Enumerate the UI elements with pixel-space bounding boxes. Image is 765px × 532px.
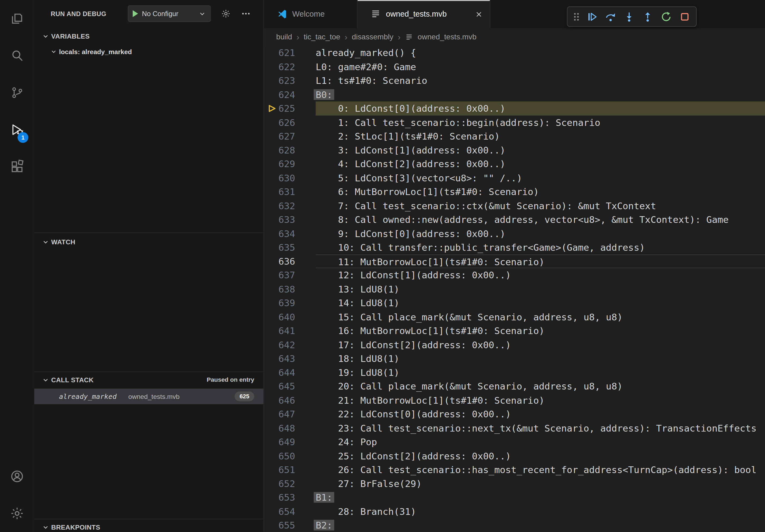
line-number[interactable]: 645 [264, 379, 295, 393]
drag-handle-icon[interactable] [570, 8, 582, 25]
line-number[interactable]: 649 [264, 435, 295, 449]
code-line-646[interactable]: 646 21: MutBorrowLoc[1](ts#1#0: Scenario… [264, 393, 765, 407]
line-number[interactable]: 630 [264, 171, 295, 185]
code-line-622[interactable]: 622L0: game#2#0: Game [264, 60, 765, 74]
code-line-655[interactable]: 655B2: [264, 518, 765, 532]
code-line-651[interactable]: 651 26: Call test_scenario::has_most_rec… [264, 463, 765, 476]
activity-item-search[interactable] [0, 37, 34, 74]
more-actions-icon[interactable] [241, 9, 251, 19]
code-lines[interactable]: 621already_marked() {622L0: game#2#0: Ga… [264, 46, 765, 532]
breakpoints-section-header[interactable]: BREAKPOINTS [34, 519, 263, 532]
line-number[interactable]: 650 [264, 449, 295, 463]
code-line-637[interactable]: 637 12: LdConst[1](address: 0x00..) [264, 268, 765, 282]
code-line-650[interactable]: 650 25: LdConst[2](address: 0x00..) [264, 449, 765, 463]
code-line-653[interactable]: 653B1: [264, 490, 765, 504]
line-number[interactable]: 634 [264, 226, 295, 240]
tab-owned-tests-mvb[interactable]: owned_tests.mvb [358, 0, 490, 28]
line-number[interactable]: 627 [264, 129, 295, 143]
activity-item-account[interactable] [0, 458, 34, 495]
line-number[interactable]: 623 [264, 74, 295, 88]
activity-item-source-control[interactable] [0, 74, 34, 111]
line-number[interactable]: 647 [264, 407, 295, 421]
code-line-640[interactable]: 640 15: Call place_mark(&mut Scenario, a… [264, 310, 765, 324]
breadcrumb-item[interactable]: build [276, 33, 292, 42]
code-line-644[interactable]: 644 19: LdU8(1) [264, 366, 765, 379]
line-number[interactable]: 646 [264, 393, 295, 407]
line-number[interactable]: 654 [264, 504, 295, 518]
step-into-button[interactable] [620, 8, 638, 25]
debug-settings-gear-icon[interactable] [221, 9, 231, 19]
code-line-649[interactable]: 649 24: Pop [264, 435, 765, 449]
line-number[interactable]: 628 [264, 143, 295, 157]
line-number[interactable]: 642 [264, 338, 295, 352]
code-line-638[interactable]: 638 13: LdU8(1) [264, 282, 765, 296]
line-number[interactable]: 635 [264, 240, 295, 254]
code-line-645[interactable]: 645 20: Call place_mark(&mut Scenario, a… [264, 379, 765, 393]
code-line-630[interactable]: 630 5: LdConst[3](vector<u8>: "" /..) [264, 171, 765, 185]
line-number[interactable]: 631 [264, 185, 295, 199]
activity-item-extensions[interactable] [0, 148, 34, 185]
line-number[interactable]: 629 [264, 157, 295, 171]
code-line-623[interactable]: 623L1: ts#1#0: Scenario [264, 74, 765, 88]
step-out-button[interactable] [638, 8, 657, 25]
code-line-625[interactable]: 625 0: LdConst[0](address: 0x00..) [264, 102, 765, 116]
line-number[interactable]: 643 [264, 352, 295, 366]
debug-configuration-dropdown[interactable]: No Configur [128, 5, 211, 22]
line-number[interactable]: 632 [264, 199, 295, 213]
code-line-643[interactable]: 643 18: LdU8(1) [264, 352, 765, 366]
line-number[interactable]: 644 [264, 366, 295, 379]
line-number[interactable]: 625 [264, 102, 295, 116]
code-line-635[interactable]: 635 10: Call transfer::public_transfer<G… [264, 240, 765, 254]
activity-item-settings[interactable] [0, 495, 34, 532]
call-stack-frame[interactable]: already_markedowned_tests.mvb625 [34, 389, 263, 404]
tab-welcome[interactable]: Welcome [264, 0, 358, 28]
breadcrumb-item[interactable]: disassembly [352, 33, 393, 42]
code-line-632[interactable]: 632 7: Call test_scenario::ctx(&mut Scen… [264, 199, 765, 213]
code-line-634[interactable]: 634 9: LdConst[0](address: 0x00..) [264, 226, 765, 240]
code-line-648[interactable]: 648 23: Call test_scenario::next_tx(&mut… [264, 421, 765, 435]
line-number[interactable]: 652 [264, 476, 295, 490]
code-line-627[interactable]: 627 2: StLoc[1](ts#1#0: Scenario) [264, 129, 765, 143]
restart-button[interactable] [657, 8, 675, 25]
line-number[interactable]: 637 [264, 268, 295, 282]
call-stack-section-header[interactable]: CALL STACK Paused on entry [34, 372, 263, 388]
code-line-639[interactable]: 639 14: LdU8(1) [264, 296, 765, 310]
stop-button[interactable] [675, 8, 694, 25]
code-line-628[interactable]: 628 3: LdConst[1](address: 0x00..) [264, 143, 765, 157]
line-number[interactable]: 636 [264, 254, 295, 268]
code-line-624[interactable]: 624B0: [264, 88, 765, 102]
code-line-642[interactable]: 642 17: LdConst[2](address: 0x00..) [264, 338, 765, 352]
step-over-button[interactable] [601, 8, 619, 25]
variables-scope-locals[interactable]: locals: already_marked [34, 45, 263, 58]
code-line-654[interactable]: 654 28: Branch(31) [264, 504, 765, 518]
line-number[interactable]: 648 [264, 421, 295, 435]
line-number[interactable]: 622 [264, 60, 295, 74]
close-tab-icon[interactable] [475, 10, 483, 18]
breadcrumb-item[interactable]: tic_tac_toe [304, 33, 340, 42]
line-number[interactable]: 626 [264, 115, 295, 129]
code-line-636[interactable]: 636 11: MutBorrowLoc[1](ts#1#0: Scenario… [264, 254, 765, 268]
line-number[interactable]: 639 [264, 296, 295, 310]
line-number[interactable]: 640 [264, 310, 295, 324]
line-number[interactable]: 638 [264, 282, 295, 296]
continue-button[interactable] [582, 8, 601, 25]
watch-section-header[interactable]: WATCH [34, 233, 263, 251]
line-number[interactable]: 651 [264, 463, 295, 476]
code-line-626[interactable]: 626 1: Call test_scenario::begin(address… [264, 115, 765, 129]
activity-item-run-and-debug[interactable]: 1 [0, 111, 34, 148]
code-line-631[interactable]: 631 6: MutBorrowLoc[1](ts#1#0: Scenario) [264, 185, 765, 199]
breadcrumb-item[interactable]: owned_tests.mvb [417, 33, 476, 42]
code-line-621[interactable]: 621already_marked() { [264, 46, 765, 60]
line-number[interactable]: 624 [264, 88, 295, 102]
line-number[interactable]: 633 [264, 213, 295, 227]
line-number[interactable]: 621 [264, 46, 295, 60]
code-line-647[interactable]: 647 22: LdConst[0](address: 0x00..) [264, 407, 765, 421]
line-number[interactable]: 653 [264, 490, 295, 504]
line-number[interactable]: 655 [264, 518, 295, 532]
line-number[interactable]: 641 [264, 324, 295, 338]
code-line-652[interactable]: 652 27: BrFalse(29) [264, 476, 765, 490]
code-line-629[interactable]: 629 4: LdConst[2](address: 0x00..) [264, 157, 765, 171]
code-line-641[interactable]: 641 16: MutBorrowLoc[1](ts#1#0: Scenario… [264, 324, 765, 338]
variables-section-header[interactable]: VARIABLES [34, 27, 263, 45]
code-line-633[interactable]: 633 8: Call owned::new(address, address,… [264, 213, 765, 227]
